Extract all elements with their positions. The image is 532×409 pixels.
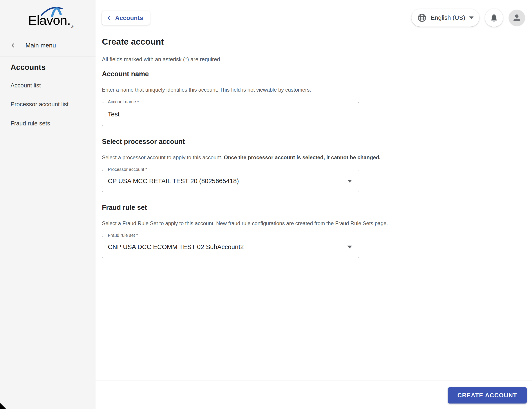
bell-icon bbox=[489, 13, 499, 22]
required-fields-note: All fields marked with an asterisk (*) a… bbox=[102, 56, 425, 63]
processor-account-selected-value: CP USA MCC RETAIL TEST 20 (8025665418) bbox=[102, 170, 359, 192]
notifications-button[interactable] bbox=[485, 9, 503, 27]
section-heading-processor-account: Select processor account bbox=[102, 138, 425, 146]
chevron-left-icon bbox=[10, 43, 16, 48]
registered-trademark: ® bbox=[71, 25, 73, 28]
user-avatar-button[interactable] bbox=[509, 10, 525, 26]
fraud-rule-set-select-label: Fraud rule set * bbox=[106, 233, 140, 238]
section-desc-processor-account: Select a processor account to apply to t… bbox=[102, 154, 425, 161]
processor-account-select-label: Processor account * bbox=[106, 167, 149, 172]
accounts-back-label: Accounts bbox=[115, 15, 143, 21]
section-desc-account-name: Enter a name that uniquely identifies th… bbox=[102, 87, 425, 93]
create-account-button[interactable]: CREATE ACCOUNT bbox=[448, 387, 527, 403]
sidebar-item-processor-account-list[interactable]: Processor account list bbox=[10, 101, 68, 108]
main-menu-label: Main menu bbox=[26, 42, 56, 49]
desc-normal: Select a processor account to apply to t… bbox=[102, 154, 224, 160]
account-name-field: Account name * bbox=[102, 102, 359, 126]
chevron-down-icon bbox=[347, 246, 352, 248]
sidebar: Elavon.® Main menu Accounts Account list… bbox=[0, 0, 95, 409]
chevron-down-icon bbox=[469, 17, 474, 19]
processor-account-select[interactable]: Processor account * CP USA MCC RETAIL TE… bbox=[102, 170, 359, 192]
sidebar-main-menu-back[interactable]: Main menu bbox=[0, 35, 95, 56]
globe-icon bbox=[417, 13, 427, 23]
section-heading-fraud-rule-set: Fraud rule set bbox=[102, 204, 425, 212]
chevron-down-icon bbox=[347, 180, 352, 183]
desc-bold: Once the processor account is selected, … bbox=[224, 154, 381, 160]
person-icon bbox=[512, 13, 522, 23]
accounts-back-button[interactable]: Accounts bbox=[102, 11, 150, 25]
sidebar-item-fraud-rule-sets[interactable]: Fraud rule sets bbox=[10, 120, 50, 127]
page-title: Create account bbox=[102, 37, 425, 46]
topbar-actions: English (US) bbox=[411, 9, 525, 27]
account-name-field-label: Account name * bbox=[106, 99, 140, 104]
language-selector[interactable]: English (US) bbox=[411, 9, 479, 27]
create-account-form: Create account All fields marked with an… bbox=[102, 37, 425, 270]
fraud-rule-set-selected-value: CNP USA DCC ECOMM TEST 02 SubAccount2 bbox=[102, 236, 359, 258]
footer-divider bbox=[95, 380, 532, 381]
chevron-left-icon bbox=[106, 15, 112, 21]
cursor-artifact bbox=[0, 403, 6, 409]
elavon-swoosh-icon bbox=[41, 4, 63, 17]
section-heading-account-name: Account name bbox=[102, 70, 425, 78]
sidebar-section-title: Accounts bbox=[10, 63, 46, 72]
account-name-input[interactable] bbox=[102, 102, 359, 126]
main-area: Accounts English (US) bbox=[95, 0, 532, 409]
app-root: Elavon.® Main menu Accounts Account list… bbox=[0, 0, 532, 409]
sidebar-item-account-list[interactable]: Account list bbox=[10, 82, 41, 89]
fraud-rule-set-select[interactable]: Fraud rule set * CNP USA DCC ECOMM TEST … bbox=[102, 236, 359, 258]
language-label: English (US) bbox=[431, 14, 465, 21]
section-desc-fraud-rule-set: Select a Fraud Rule Set to apply to this… bbox=[102, 220, 425, 226]
